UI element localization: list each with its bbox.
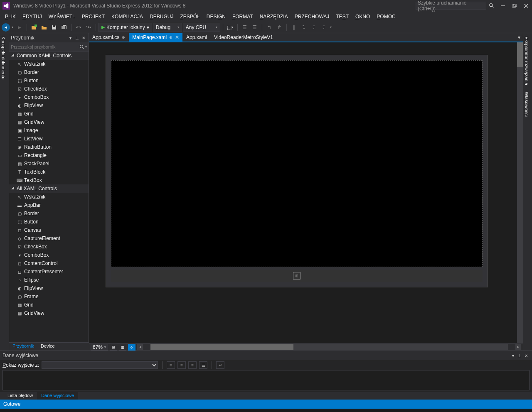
zoom-dropdown[interactable]: 67%▾ <box>91 344 108 351</box>
step-icon[interactable]: ↰ <box>265 23 274 32</box>
output-text-area[interactable] <box>2 370 530 390</box>
toolbox-group[interactable]: Common XAML Controls <box>9 52 89 60</box>
menu-przechowaj[interactable]: PRZECHOWAJ <box>291 12 333 22</box>
scroll-left-icon[interactable]: ◄ <box>137 344 143 350</box>
doc-tab-app-xaml-cs[interactable]: App.xaml.cs⊕ <box>89 33 129 42</box>
toolbox-item-checkbox[interactable]: ☑CheckBox <box>9 85 89 93</box>
config-dropdown[interactable]: Debug▾ <box>153 23 182 32</box>
menu-plik[interactable]: PLIK <box>2 12 19 22</box>
scrollbar-thumb[interactable] <box>517 42 523 67</box>
toolbox-item-gridview[interactable]: ▦GridView <box>9 118 89 126</box>
designer-surface[interactable]: ⊞ <box>89 42 523 343</box>
menu-kompilacja[interactable]: KOMPILACJA <box>108 12 146 22</box>
toolbox-item-flipview[interactable]: ◐FlipView <box>9 101 89 110</box>
toolbox-item-gridview[interactable]: ▦GridView <box>9 309 89 317</box>
toolbox-item-image[interactable]: ▣Image <box>9 126 89 135</box>
scrollbar-thumb[interactable] <box>150 344 293 350</box>
close-icon[interactable]: ✕ <box>80 34 87 41</box>
step-into-icon[interactable]: ⤵ <box>299 23 308 32</box>
toolbox-item-stackpanel[interactable]: ▤StackPanel <box>9 159 89 168</box>
tab-overflow-icon[interactable]: ▾ <box>515 33 523 42</box>
menu-pomoc[interactable]: POMOC <box>373 12 399 22</box>
toolbox-search[interactable]: ▾ <box>9 42 89 52</box>
doc-tab-app-xaml[interactable]: App.xaml <box>183 33 211 42</box>
toolbar-icon[interactable]: ⬚▾ <box>226 23 235 32</box>
error-list-tab[interactable]: Lista błędów <box>3 392 37 400</box>
uncomment-icon[interactable]: ☰ <box>250 23 259 32</box>
menu-zespół[interactable]: ZESPÓŁ <box>177 12 203 22</box>
toolbox-item-border[interactable]: ▢Border <box>9 209 89 218</box>
toolbox-item-frame[interactable]: ▢Frame <box>9 292 89 301</box>
menu-debuguj[interactable]: DEBUGUJ <box>146 12 177 22</box>
right-tab-właściwości[interactable]: Właściwości <box>523 88 530 120</box>
pin-icon[interactable]: ⊥ <box>516 353 523 358</box>
toolbox-item-textblock[interactable]: TTextBlock <box>9 168 89 176</box>
toolbox-item-border[interactable]: ▢Border <box>9 68 89 76</box>
close-icon[interactable]: ✕ <box>175 34 179 40</box>
output-source-dropdown[interactable] <box>42 361 158 369</box>
save-all-icon[interactable] <box>59 23 69 32</box>
toolbox-item-button[interactable]: ⬚Button <box>9 76 89 85</box>
platform-dropdown[interactable]: Any CPU▾ <box>183 23 220 32</box>
nav-forward-button[interactable]: ► <box>15 23 24 32</box>
dropdown-icon[interactable]: ▾ <box>67 34 74 41</box>
menu-design[interactable]: DESIGN <box>203 12 229 22</box>
design-page[interactable] <box>111 60 483 267</box>
find-icon[interactable]: ≡ <box>167 361 175 369</box>
toolbox-item-combobox[interactable]: ▾ComboBox <box>9 93 89 101</box>
toolbox-item-button[interactable]: ⬚Button <box>9 218 89 226</box>
toolbox-item-textbox[interactable]: ⌨TextBox <box>9 176 89 184</box>
document-outline-tab[interactable]: Konspekt dokumentu <box>0 33 7 83</box>
toolbox-item-flipview[interactable]: ◐FlipView <box>9 284 89 292</box>
menu-narzędzia[interactable]: NARZĘDZIA <box>256 12 291 22</box>
pin-icon[interactable]: ⊕ <box>122 35 125 39</box>
menu-okno[interactable]: OKNO <box>352 12 373 22</box>
doc-tab-videoreadermetrostylev1[interactable]: VideoReaderMetroStyleV1 <box>211 33 277 42</box>
doc-tab-mainpage-xaml[interactable]: MainPage.xaml⊕✕ <box>129 33 183 42</box>
toolbox-item-contentpresenter[interactable]: ◻ContentPresenter <box>9 267 89 276</box>
toolbox-tab[interactable]: Przybornik <box>9 343 37 351</box>
toolbox-search-input[interactable] <box>11 44 79 49</box>
close-icon[interactable]: ✕ <box>523 353 530 358</box>
nav-back-button[interactable]: ◄ <box>2 23 10 32</box>
clear-icon[interactable]: ☰ <box>199 361 207 369</box>
search-icon[interactable] <box>489 3 495 9</box>
undo-icon[interactable]: ↶▾ <box>74 23 83 32</box>
toolbox-item-combobox[interactable]: ▾ComboBox <box>9 251 89 259</box>
run-button[interactable]: ▶ Komputer lokalny ▾ <box>99 23 152 32</box>
toolbox-item-radiobutton[interactable]: ◉RadioButton <box>9 143 89 151</box>
step-over-icon[interactable]: ⤴ <box>309 23 318 32</box>
toolbox-item-wskaźnik[interactable]: ↖Wskaźnik <box>9 193 89 201</box>
open-file-icon[interactable] <box>39 23 49 32</box>
snap-icon[interactable]: ⊹ <box>128 344 135 351</box>
toolbox-item-canvas[interactable]: ◻Canvas <box>9 226 89 234</box>
menu-wyświetl[interactable]: WYŚWIETL <box>45 12 79 22</box>
break-icon[interactable]: ‖ <box>289 23 298 32</box>
toolbox-item-grid[interactable]: ▦Grid <box>9 110 89 118</box>
save-icon[interactable] <box>49 23 59 32</box>
minimize-button[interactable] <box>497 2 509 10</box>
toolbox-item-captureelement[interactable]: ◇CaptureElement <box>9 234 89 243</box>
toolbox-item-ellipse[interactable]: ○Ellipse <box>9 276 89 284</box>
toolbox-item-rectangle[interactable]: ▭Rectangle <box>9 151 89 159</box>
toggle-wrap-icon[interactable]: ↵ <box>216 361 224 369</box>
close-button[interactable] <box>520 2 532 10</box>
grid-snap-icon[interactable]: ⊞ <box>110 344 117 351</box>
maximize-button[interactable] <box>509 2 520 10</box>
pin-icon[interactable]: ⊕ <box>169 35 172 39</box>
redo-icon[interactable]: ↷▾ <box>84 23 93 32</box>
menu-format[interactable]: FORMAT <box>229 12 256 22</box>
design-canvas[interactable]: ⊞ <box>106 55 488 287</box>
comment-out-icon[interactable]: ☰ <box>240 23 249 32</box>
menu-projekt[interactable]: PROJEKT <box>79 12 108 22</box>
toolbox-group[interactable]: All XAML Controls <box>9 184 89 193</box>
right-tab-eksplorator-rozwiązania[interactable]: Eksplorator rozwiązania <box>523 33 530 88</box>
quick-launch-input[interactable]: Szybkie uruchamianie (Ctrl+Q) <box>416 2 486 10</box>
toolbox-item-grid[interactable]: ▦Grid <box>9 301 89 309</box>
grid-icon[interactable]: ▦ <box>119 344 126 351</box>
pin-icon[interactable]: ⊥ <box>74 34 80 41</box>
output-tab[interactable]: Dane wyjściowe <box>37 392 78 400</box>
menu-test[interactable]: TEST <box>332 12 352 22</box>
menu-edytuj[interactable]: EDYTUJ <box>19 12 45 22</box>
new-project-icon[interactable] <box>30 23 39 32</box>
